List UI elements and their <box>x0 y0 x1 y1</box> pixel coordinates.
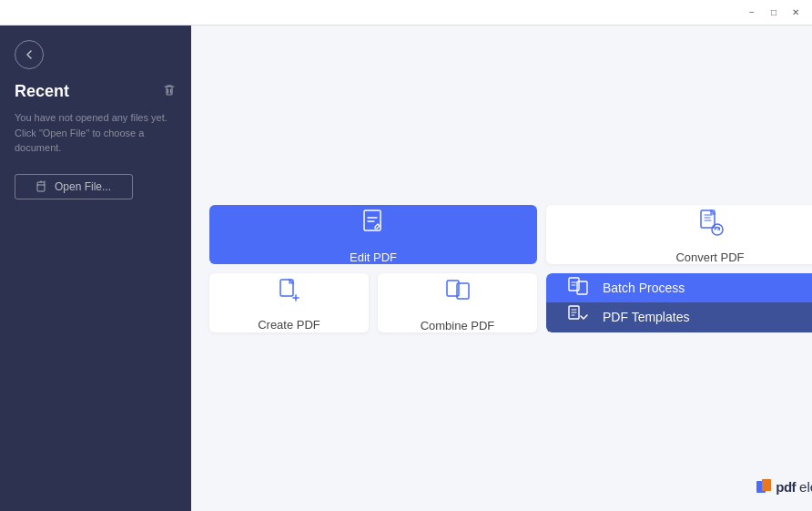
trash-icon[interactable] <box>162 83 177 101</box>
brand-element-text: element <box>799 479 812 495</box>
close-button[interactable]: ✕ <box>787 4 805 22</box>
batch-process-label: Batch Process <box>603 281 685 295</box>
svg-rect-2 <box>37 182 45 191</box>
batch-process-icon <box>566 274 590 301</box>
pdf-templates-card[interactable]: PDF Templates <box>546 302 812 332</box>
branding: pdf element PRO <box>756 478 812 495</box>
main-content: Edit PDF Convert PDF <box>191 26 812 511</box>
brand-logo-icon <box>756 478 772 495</box>
edit-pdf-card[interactable]: Edit PDF <box>209 205 537 264</box>
back-button[interactable] <box>15 40 44 69</box>
app-body: Recent You have not opened any files yet… <box>0 26 812 511</box>
create-pdf-card[interactable]: Create PDF <box>209 273 369 332</box>
sidebar: Recent You have not opened any files yet… <box>0 26 191 511</box>
create-pdf-label: Create PDF <box>258 318 320 332</box>
sidebar-title: Recent <box>15 82 69 101</box>
sidebar-title-row: Recent <box>15 82 177 101</box>
titlebar: − □ ✕ <box>0 0 812 26</box>
edit-pdf-icon <box>355 205 391 241</box>
edit-pdf-label: Edit PDF <box>350 250 397 264</box>
convert-pdf-icon <box>692 205 728 241</box>
right-col: Batch Process PDF Templates <box>546 273 812 332</box>
maximize-button[interactable]: □ <box>765 4 783 22</box>
file-icon <box>36 180 49 192</box>
sidebar-empty-text: You have not opened any files yet. Click… <box>15 110 177 156</box>
combine-pdf-icon <box>440 273 476 310</box>
combine-pdf-card[interactable]: Combine PDF <box>378 273 537 332</box>
brand-pdf-text: pdf <box>776 479 796 495</box>
batch-process-card[interactable]: Batch Process <box>546 273 812 303</box>
create-pdf-icon <box>272 274 307 309</box>
combine-pdf-label: Combine PDF <box>421 319 495 332</box>
pdf-templates-label: PDF Templates <box>603 310 689 324</box>
cards-container: Edit PDF Convert PDF <box>209 205 812 332</box>
svg-rect-17 <box>762 479 771 491</box>
convert-pdf-label: Convert PDF <box>675 250 744 264</box>
pdf-templates-icon <box>566 303 590 331</box>
minimize-button[interactable]: − <box>743 4 761 22</box>
convert-pdf-card[interactable]: Convert PDF <box>546 205 812 264</box>
open-file-button[interactable]: Open File... <box>15 174 133 199</box>
